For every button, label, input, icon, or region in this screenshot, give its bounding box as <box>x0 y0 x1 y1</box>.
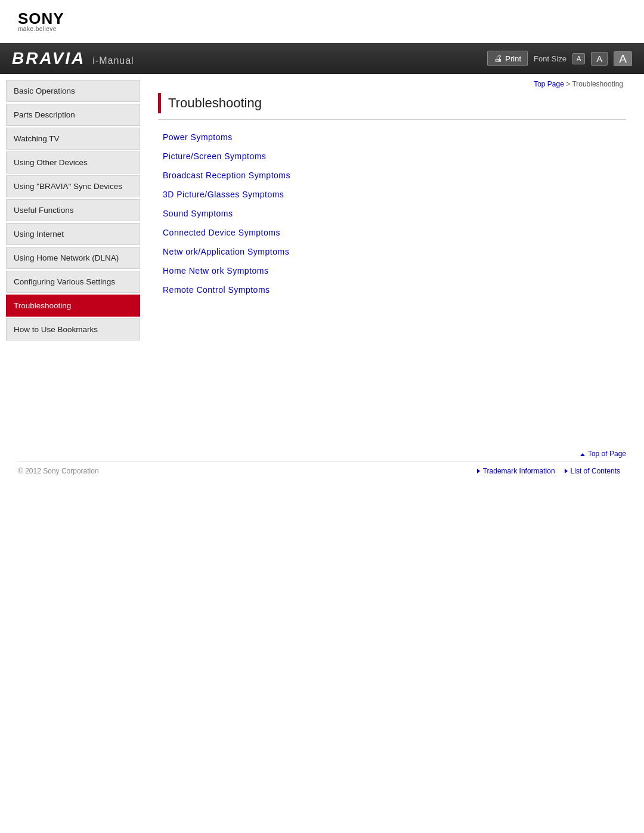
header-right: 🖨 Print Font Size A A A <box>487 51 632 66</box>
content-link-home-network-symptoms[interactable]: Home Netw ork Symptoms <box>163 266 268 275</box>
list-item: Power Symptoms <box>163 132 626 143</box>
content-link-picture-screen-symptoms[interactable]: Picture/Screen Symptoms <box>163 151 266 161</box>
list-item: 3D Picture/Glasses Symptoms <box>163 189 626 200</box>
content-link-connected-device-symptoms[interactable]: Connected Device Symptoms <box>163 228 280 237</box>
trademark-label: Trademark Information <box>483 467 555 475</box>
footer-area: Top of Page © 2012 Sony Corporation Trad… <box>0 444 644 481</box>
main-content: Basic OperationsParts DescriptionWatchin… <box>0 74 644 432</box>
sidebar-item-troubleshooting[interactable]: Troubleshooting <box>6 295 140 317</box>
sidebar-item-how-to-use-bookmarks[interactable]: How to Use Bookmarks <box>6 318 140 340</box>
sidebar-item-using-bravia-sync[interactable]: Using "BRAVIA" Sync Devices <box>6 175 140 197</box>
footer-bottom: © 2012 Sony Corporation Trademark Inform… <box>18 462 620 475</box>
links-list: Power SymptomsPicture/Screen SymptomsBro… <box>158 127 626 295</box>
content-link-3d-picture-glasses-symptoms[interactable]: 3D Picture/Glasses Symptoms <box>163 190 284 199</box>
font-size-label: Font Size <box>534 54 566 63</box>
content-link-broadcast-reception-symptoms[interactable]: Broadcast Reception Symptoms <box>163 171 290 180</box>
font-medium-button[interactable]: A <box>591 52 608 66</box>
content-link-remote-control-symptoms[interactable]: Remote Control Symptoms <box>163 285 270 295</box>
print-button[interactable]: 🖨 Print <box>487 51 528 66</box>
arrow-up-icon <box>580 453 585 456</box>
top-of-page-link[interactable]: Top of Page <box>12 450 626 458</box>
title-accent <box>158 93 161 113</box>
print-label: Print <box>505 54 521 63</box>
list-of-contents-link[interactable]: List of Contents <box>565 467 620 475</box>
sony-tagline: make.believe <box>18 26 626 32</box>
sidebar-item-using-internet[interactable]: Using Internet <box>6 223 140 245</box>
arrow-right-icon-trademark <box>477 469 480 473</box>
imanual-text: i-Manual <box>92 55 134 66</box>
list-item: Home Netw ork Symptoms <box>163 265 626 276</box>
list-item: Connected Device Symptoms <box>163 227 626 238</box>
sidebar-item-watching-tv[interactable]: Watching TV <box>6 128 140 150</box>
content-link-sound-symptoms[interactable]: Sound Symptoms <box>163 209 233 218</box>
sidebar-item-using-home-network[interactable]: Using Home Network (DLNA) <box>6 247 140 269</box>
list-item: Picture/Screen Symptoms <box>163 151 626 162</box>
list-of-contents-label: List of Contents <box>571 467 620 475</box>
list-item: Broadcast Reception Symptoms <box>163 170 626 181</box>
sidebar-item-configuring-various[interactable]: Configuring Various Settings <box>6 271 140 293</box>
breadcrumb-current: Troubleshooting <box>572 80 623 88</box>
breadcrumb-top-page[interactable]: Top Page <box>534 80 564 88</box>
header-left: BRAVIA i-Manual <box>12 49 134 68</box>
bravia-logo: BRAVIA <box>12 49 85 68</box>
sidebar-item-basic-operations[interactable]: Basic Operations <box>6 80 140 102</box>
font-large-button[interactable]: A <box>614 51 632 66</box>
font-small-button[interactable]: A <box>572 53 585 64</box>
breadcrumb-separator: > <box>566 80 572 88</box>
copyright: © 2012 Sony Corporation <box>18 467 99 475</box>
content-link-network-application-symptoms[interactable]: Netw ork/Application Symptoms <box>163 247 289 256</box>
top-of-page-label: Top of Page <box>588 450 626 458</box>
page-title: Troubleshooting <box>168 93 262 113</box>
list-item: Remote Control Symptoms <box>163 284 626 295</box>
sidebar-item-using-other-devices[interactable]: Using Other Devices <box>6 151 140 174</box>
trademark-link[interactable]: Trademark Information <box>477 467 555 475</box>
logo-area: SONY make.believe <box>0 0 644 38</box>
footer-links: Trademark Information List of Contents <box>477 467 620 475</box>
list-item: Sound Symptoms <box>163 208 626 219</box>
header-bar: BRAVIA i-Manual 🖨 Print Font Size A A A <box>0 43 644 74</box>
sidebar: Basic OperationsParts DescriptionWatchin… <box>0 74 146 432</box>
content-area: Top Page > Troubleshooting Troubleshooti… <box>146 74 644 432</box>
list-item: Netw ork/Application Symptoms <box>163 246 626 257</box>
content-link-power-symptoms[interactable]: Power Symptoms <box>163 132 233 142</box>
sony-brand: SONY <box>18 11 626 26</box>
sidebar-item-useful-functions[interactable]: Useful Functions <box>6 199 140 221</box>
arrow-right-icon-contents <box>565 469 568 473</box>
breadcrumb: Top Page > Troubleshooting <box>158 80 626 88</box>
sony-logo: SONY make.believe <box>18 11 626 32</box>
print-icon: 🖨 <box>494 54 502 63</box>
page-title-area: Troubleshooting <box>158 93 626 120</box>
sidebar-item-parts-description[interactable]: Parts Description <box>6 104 140 126</box>
